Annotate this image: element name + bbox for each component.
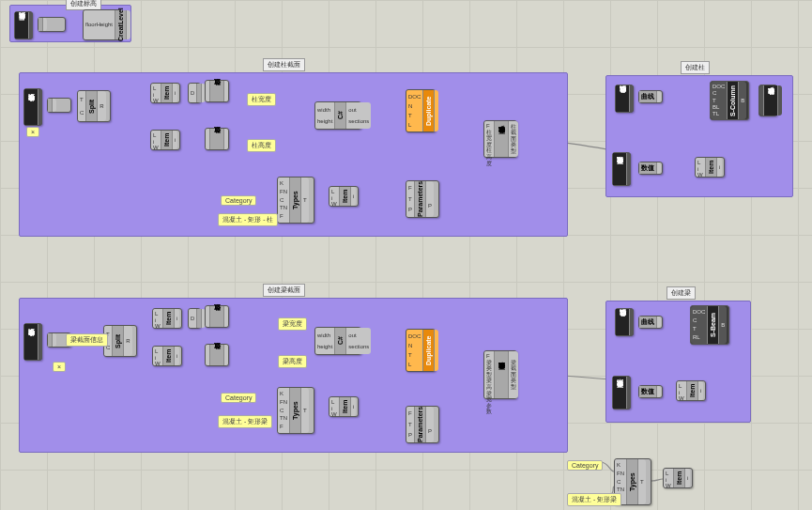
node-n46[interactable]: LiWItemi [152,346,182,366]
port-in[interactable]: FN [617,471,624,477]
port-in[interactable]: C [617,479,624,486]
node-n3[interactable]: floorHeightCreatLevel [83,9,122,40]
badge-2[interactable]: 柱高度 [247,139,276,152]
node-n43[interactable]: LiWItemi [152,308,182,329]
node-n61[interactable]: 曲线 [638,316,663,329]
badge-3[interactable]: Category [221,195,256,206]
node-n30[interactable]: 接收曲线 [615,85,634,113]
badge-1[interactable]: 柱宽度 [247,93,276,106]
port-out[interactable]: i [176,316,177,322]
port-out[interactable]: R [126,338,130,345]
port-in[interactable]: C [712,90,725,97]
port-in[interactable]: P [408,207,412,213]
port-in[interactable]: L [408,122,421,129]
port-in[interactable]: FN [280,189,287,195]
port-out[interactable]: P [428,428,432,435]
badge-11[interactable]: Category [567,460,603,471]
port-in[interactable]: C [280,197,287,204]
badge-10[interactable]: 混凝土 - 矩形梁 [218,415,272,428]
port-in[interactable]: BL [712,104,725,111]
port-in[interactable]: 柱高度 [486,147,492,166]
port-in[interactable]: L [155,348,161,355]
port-in[interactable]: L [679,383,684,390]
badge-12[interactable]: 混凝土 - 矩形梁 [567,493,621,506]
node-n2[interactable] [38,17,66,32]
port-in[interactable]: 梁高 [486,378,492,390]
node-n45[interactable]: 数值 [205,305,229,328]
node-n44[interactable]: D [188,308,201,329]
node-n16[interactable]: LiWItemi [150,130,180,150]
port-in[interactable]: F [486,123,492,130]
port-in[interactable]: K [280,180,287,187]
node-n40[interactable]: 接收字符串 [23,323,42,361]
node-n22[interactable]: LiWItemi [329,186,359,207]
node-n53[interactable]: FTPParametersP [406,406,439,443]
node-n11[interactable] [47,98,71,113]
port-in[interactable]: T [408,196,412,203]
port-in[interactable]: i [679,390,684,396]
port-in[interactable]: F [280,213,287,220]
port-out[interactable]: i [175,137,176,144]
port-in[interactable]: TL [712,111,725,117]
port-in[interactable]: L [697,160,703,166]
port-in[interactable]: K [617,462,624,469]
port-in[interactable]: T [693,326,705,332]
port-in[interactable]: W [155,323,161,330]
port-in[interactable]: 柱宽度 [486,130,492,148]
port-in[interactable]: W [666,483,671,489]
node-n19[interactable]: DOCNTLDuplicate [406,89,436,132]
port-in[interactable]: i [155,355,161,362]
node-n23[interactable]: FTPParametersP [406,180,439,218]
port-in[interactable]: 梁类型 [486,360,492,379]
node-n65[interactable]: LiWItemi [676,380,706,401]
port-in[interactable]: T [408,352,421,359]
port-out[interactable]: i [175,90,176,97]
port-out[interactable]: i [700,388,701,394]
port-in[interactable]: DOC [408,94,421,100]
port-out[interactable]: T [303,408,307,414]
node-n33[interactable]: 修改柱参数 [758,85,777,116]
port-out[interactable]: i [687,475,688,482]
port-in[interactable]: L [331,399,337,406]
port-in[interactable]: F [486,353,492,360]
port-out[interactable]: 梁截面类型 [511,360,516,391]
port-in[interactable]: i [697,166,703,173]
port-out[interactable]: i [353,404,354,410]
node-n18[interactable]: widthheightC#outsections [314,101,361,130]
port-in[interactable]: W [331,411,337,418]
node-n1[interactable]: 接收层高 [14,11,33,39]
port-in[interactable]: W [153,98,159,104]
node-n71[interactable]: LiWItemi [663,468,693,488]
node-n49[interactable]: DOCNTLDuplicate [406,329,436,372]
port-in[interactable]: C [280,408,287,414]
port-out[interactable]: i [176,353,177,360]
port-in[interactable]: i [331,406,337,412]
node-n15[interactable]: 数值 [205,80,229,102]
node-n20[interactable]: F柱宽度柱高度修改截面参数柱截面类型 [483,120,517,158]
node-n42[interactable]: TCSplitR [103,325,137,357]
node-n32[interactable]: DOCCTBLTLS-ColumnB [710,81,749,120]
port-in[interactable]: D [191,90,194,97]
port-in[interactable]: TN [280,205,287,211]
port-in[interactable]: height [317,344,332,350]
port-in[interactable]: F [280,424,287,430]
port-out[interactable]: B [741,98,744,104]
port-in[interactable]: W [697,172,703,178]
port-in[interactable]: W [679,395,684,402]
node-n10[interactable]: 接收字符串 [23,88,42,126]
port-in[interactable]: DOC [712,84,725,90]
port-in[interactable]: i [153,139,159,146]
port-in[interactable]: C [693,317,705,324]
port-in[interactable]: width [317,332,332,339]
port-out[interactable]: P [428,203,432,209]
port-in[interactable]: width [317,107,332,114]
port-in[interactable]: 梁宽 [486,391,492,403]
badge-6[interactable]: 梁截面信息 [66,333,108,347]
port-in[interactable]: L [153,85,159,92]
port-in[interactable]: T [408,113,421,119]
port-out[interactable]: 柱截面类型 [511,124,516,155]
node-n31[interactable]: 曲线 [638,90,663,103]
node-n64[interactable]: 数值 [638,385,663,398]
port-out[interactable]: R [100,103,103,110]
port-in[interactable]: i [155,317,161,324]
